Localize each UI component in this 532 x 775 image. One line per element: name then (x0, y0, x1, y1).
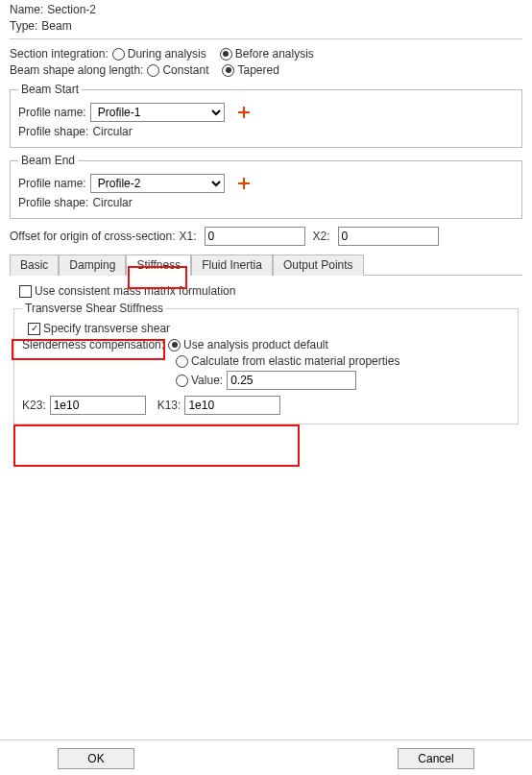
radio-value-label[interactable]: Value: (191, 374, 223, 387)
radio-during-analysis[interactable] (112, 48, 125, 61)
radio-elastic-props-label[interactable]: Calculate from elastic material properti… (191, 354, 399, 368)
k13-input[interactable] (184, 396, 280, 415)
k13-label: K13: (157, 399, 181, 412)
radio-constant-label[interactable]: Constant (162, 63, 208, 77)
radio-elastic-props[interactable] (176, 355, 188, 368)
tab-output-points[interactable]: Output Points (273, 254, 364, 276)
radio-analysis-default[interactable] (168, 339, 181, 351)
radio-tapered-label[interactable]: Tapered (237, 63, 278, 77)
cancel-button[interactable]: Cancel (398, 748, 474, 769)
ok-button[interactable]: OK (58, 748, 134, 769)
radio-tapered[interactable] (222, 64, 234, 77)
divider (10, 38, 522, 39)
radio-before-analysis[interactable] (220, 48, 232, 61)
x1-label: X1: (180, 230, 197, 243)
offset-label: Offset for origin of cross-section: (10, 230, 176, 243)
beam-end-profile-shape-value: Circular (92, 196, 132, 209)
beam-end-group: Beam End Profile name: Profile-2 Profile… (10, 154, 522, 219)
beam-start-profile-name-label: Profile name: (18, 106, 86, 119)
beam-start-profile-shape-label: Profile shape: (18, 125, 88, 138)
create-profile-icon[interactable] (236, 105, 252, 120)
tab-stiffness[interactable]: Stiffness (126, 254, 191, 276)
tab-damping[interactable]: Damping (59, 254, 126, 276)
type-value: Beam (41, 19, 71, 33)
button-bar: OK Cancel (0, 739, 532, 769)
create-profile-icon[interactable] (236, 176, 252, 191)
beam-start-profile-shape-value: Circular (92, 125, 132, 138)
transverse-shear-group: Transverse Shear Stiffness ✓ Specify tra… (13, 302, 519, 424)
radio-analysis-default-label[interactable]: Use analysis product default (183, 338, 328, 351)
k23-label: K23: (22, 399, 46, 412)
slenderness-label: Slenderness compensation: (22, 338, 164, 351)
beam-end-profile-shape-label: Profile shape: (18, 196, 88, 209)
specify-transverse-checkbox[interactable]: ✓ (28, 323, 40, 335)
section-integration-label: Section integration: (10, 47, 109, 61)
use-consistent-label[interactable]: Use consistent mass matrix formulation (35, 284, 235, 298)
stiffness-panel: Use consistent mass matrix formulation T… (10, 276, 522, 434)
name-value: Section-2 (47, 3, 96, 16)
beam-end-profile-name-label: Profile name: (18, 177, 86, 190)
k23-input[interactable] (50, 396, 146, 415)
name-label: Name: (10, 3, 43, 16)
beam-start-legend: Beam Start (18, 83, 82, 96)
tab-fluid-inertia[interactable]: Fluid Inertia (191, 254, 273, 276)
tab-bar: Basic Damping Stiffness Fluid Inertia Ou… (10, 254, 522, 276)
beam-end-legend: Beam End (18, 154, 78, 167)
use-consistent-checkbox[interactable] (19, 285, 32, 298)
radio-during-analysis-label[interactable]: During analysis (128, 47, 206, 61)
radio-constant[interactable] (147, 64, 159, 77)
slenderness-value-input[interactable] (227, 371, 356, 390)
tab-basic[interactable]: Basic (10, 254, 59, 276)
beam-end-profile-select[interactable]: Profile-2 (90, 174, 225, 193)
beam-start-group: Beam Start Profile name: Profile-1 Profi… (10, 83, 522, 148)
x1-input[interactable] (205, 227, 305, 246)
type-label: Type: (10, 19, 37, 33)
x2-input[interactable] (338, 227, 439, 246)
x2-label: X2: (313, 230, 330, 243)
radio-value[interactable] (176, 375, 188, 387)
beam-shape-label: Beam shape along length: (10, 63, 143, 77)
specify-transverse-label[interactable]: Specify transverse shear (43, 322, 170, 335)
transverse-shear-legend: Transverse Shear Stiffness (22, 302, 166, 315)
beam-start-profile-select[interactable]: Profile-1 (90, 103, 225, 122)
radio-before-analysis-label[interactable]: Before analysis (235, 47, 314, 61)
